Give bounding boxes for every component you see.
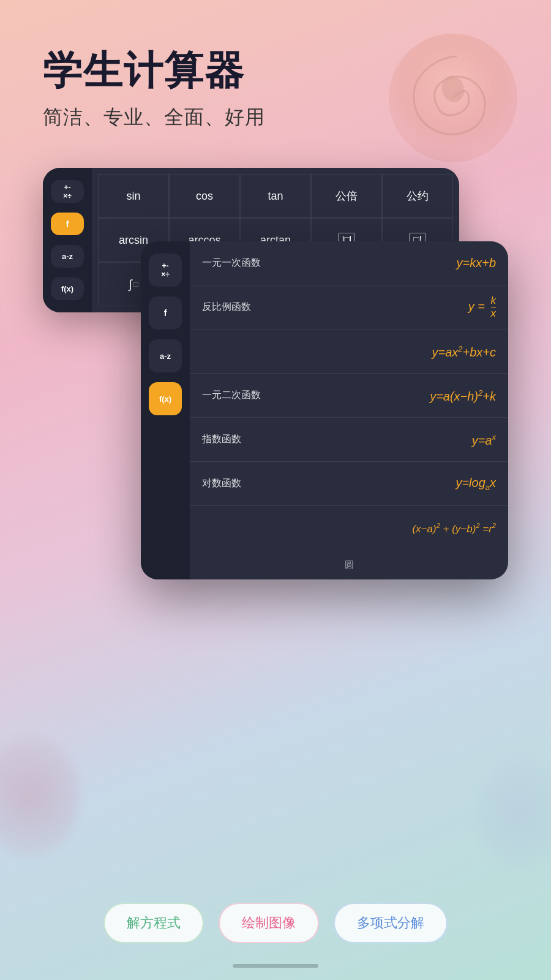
header: 学生计算器 简洁、专业、全面、好用 — [0, 0, 551, 143]
cards-container: +-×÷ f a-z f(x) sin cos tan 公倍 公约 arcsin… — [43, 168, 508, 584]
function-list-card: +-×÷ f a-z f(x) 一元一次函数 y=kx+b 反比例函数 y = … — [141, 241, 508, 579]
grid-row-1: sin cos tan 公倍 公约 — [98, 174, 453, 218]
decorative-blob-right — [478, 760, 551, 870]
sidebar-btn-ops[interactable]: +-×÷ — [51, 180, 84, 203]
func-row-circle-label[interactable]: 圆 — [190, 550, 508, 579]
home-indicator — [233, 964, 318, 968]
func-formula-exp: y=ax — [300, 432, 496, 448]
func-formula-circle: (x−a)2 + (y−b)2 =r2 — [300, 522, 496, 535]
func-row-circle-eq[interactable]: (x−a)2 + (y−b)2 =r2 — [190, 506, 508, 550]
app-title: 学生计算器 — [43, 49, 508, 92]
function-rows: 一元一次函数 y=kx+b 反比例函数 y = kx y=ax2+bx+c 一元… — [190, 241, 508, 579]
func-sidebar: +-×÷ f a-z f(x) — [141, 241, 190, 579]
func-row-linear[interactable]: 一元一次函数 y=kx+b — [190, 241, 508, 285]
app-subtitle: 简洁、专业、全面、好用 — [43, 104, 508, 131]
pill-factorize[interactable]: 多项式分解 — [334, 903, 448, 943]
func-sidebar-btn-ops[interactable]: +-×÷ — [149, 254, 182, 287]
func-formula-log: y=logax — [300, 476, 496, 492]
func-row-exp[interactable]: 指数函数 y=ax — [190, 418, 508, 462]
bottom-pills: 解方程式 绘制图像 多项式分解 — [0, 903, 551, 943]
calc-sidebar: +-×÷ f a-z f(x) — [43, 168, 92, 312]
func-name-log: 对数函数 — [202, 477, 300, 490]
func-row-quad1[interactable]: y=ax2+bx+c — [190, 330, 508, 374]
func-name-inverse: 反比例函数 — [202, 301, 300, 314]
func-name-linear: 一元一次函数 — [202, 257, 300, 270]
btn-sin[interactable]: sin — [98, 174, 169, 218]
pill-draw-graph[interactable]: 绘制图像 — [219, 903, 319, 943]
func-sidebar-btn-f[interactable]: f — [149, 296, 182, 330]
sidebar-btn-fx[interactable]: f(x) — [51, 277, 84, 300]
func-name-quad: 一元二次函数 — [202, 389, 300, 402]
btn-cos[interactable]: cos — [169, 174, 240, 218]
btn-tan[interactable]: tan — [240, 174, 311, 218]
func-formula-linear: y=kx+b — [300, 256, 496, 270]
func-row-quad[interactable]: 一元二次函数 y=a(x−h)2+k — [190, 374, 508, 418]
func-formula-quad1: y=ax2+bx+c — [300, 344, 496, 360]
func-row-inverse[interactable]: 反比例函数 y = kx — [190, 285, 508, 330]
func-formula-quad2: y=a(x−h)2+k — [300, 388, 496, 404]
decorative-blob-left — [0, 735, 80, 858]
func-sidebar-btn-fx[interactable]: f(x) — [149, 382, 182, 415]
sidebar-btn-f[interactable]: f — [51, 213, 84, 235]
func-name-circle: 圆 — [345, 559, 354, 571]
pill-solve-equation[interactable]: 解方程式 — [103, 903, 204, 943]
func-name-exp: 指数函数 — [202, 433, 300, 446]
func-sidebar-btn-az[interactable]: a-z — [149, 339, 182, 372]
func-row-log[interactable]: 对数函数 y=logax — [190, 462, 508, 506]
func-formula-inverse: y = kx — [300, 295, 496, 320]
btn-lcm[interactable]: 公倍 — [311, 174, 382, 218]
sidebar-btn-az[interactable]: a-z — [51, 245, 84, 268]
btn-gcd[interactable]: 公约 — [382, 174, 453, 218]
